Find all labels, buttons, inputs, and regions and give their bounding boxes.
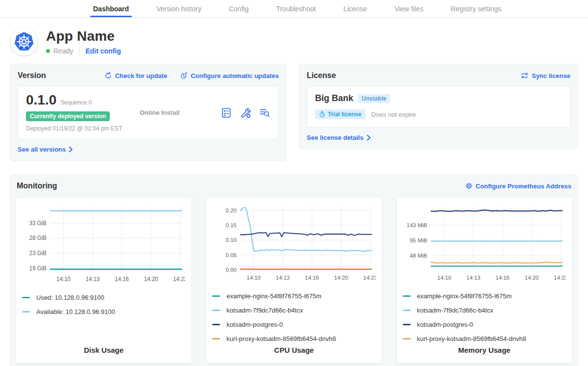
x-tick-label: 14:10 (247, 274, 261, 281)
license-detail-panel: Big Bank Unstable Trial license Does not… (307, 86, 570, 128)
configure-prometheus-button[interactable]: Configure Prometheus Address (465, 182, 571, 190)
tab-registry-settings[interactable]: Registry settings (451, 0, 501, 17)
memory-usage-legend: example-nginx-54f8f76755-l675mkotsadm-7f… (403, 289, 566, 346)
refresh-icon (104, 72, 112, 79)
y-tick-label: 23 GiB (29, 250, 47, 256)
legend-item: example-nginx-54f8f76755-l675m (403, 289, 566, 303)
expiry-text: Does not expire (371, 111, 416, 118)
legend-label: kotsadm-postgres-0 (226, 321, 283, 328)
gear-icon (465, 182, 473, 190)
check-for-update-button[interactable]: Check for update (104, 72, 167, 79)
legend-item: kotsadm-postgres-0 (403, 317, 566, 332)
legend-label: kurl-proxy-kotsadm-8569fb6454-dnvh8 (417, 335, 526, 342)
chart-line (241, 208, 371, 252)
legend-label: kotsadm-7f9dc7d66c-b4tcx (226, 307, 303, 314)
legend-swatch (212, 310, 220, 311)
x-tick-label: 14:10 (56, 275, 71, 282)
y-tick-label: 0.10 (226, 236, 237, 243)
x-tick-label: 14:16 (495, 274, 510, 281)
status-dot (46, 49, 50, 53)
tab-view-files[interactable]: View files (394, 0, 423, 17)
cpu-usage-chart-card: 14:1014:1314:1614:2014:230.000.050.100.1… (205, 197, 382, 364)
disk-usage-chart: 14:1014:1314:1614:2014:2319 GiB23 GiB28 … (22, 202, 185, 286)
legend-label: Available: 10.128.0.96:9100 (36, 308, 115, 315)
legend-item: kotsadm-postgres-0 (212, 317, 375, 332)
y-tick-label: 143 MiB (406, 222, 427, 228)
see-license-details-link[interactable]: See license details (307, 134, 371, 141)
y-tick-label: 19 GiB (29, 265, 47, 271)
y-tick-label: 28 GiB (29, 235, 47, 241)
sequence-label: Sequence 0 (60, 99, 92, 106)
stopwatch-icon (319, 111, 325, 118)
legend-label: kotsadm-postgres-0 (417, 321, 473, 328)
legend-label: kurl-proxy-kotsadm-8569fb6454-dnvh8 (226, 335, 336, 342)
preflight-checks-icon[interactable] (220, 107, 232, 119)
view-logs-icon[interactable] (259, 107, 270, 119)
x-tick-label: 14:20 (334, 274, 348, 281)
legend-item: example-nginx-54f8f76755-l675m (212, 289, 375, 303)
y-tick-label: 0.00 (226, 266, 237, 273)
monitoring-section: Monitoring Configure Prometheus Address … (10, 175, 578, 366)
deployed-timestamp: Deployed 01/19/22 @ 02:04 pm EST (26, 125, 134, 132)
y-tick-label: 33 GiB (29, 220, 47, 226)
configure-automatic-updates-button[interactable]: Configure automatic updates (180, 72, 279, 79)
install-type-label: Online Install (140, 109, 180, 116)
memory-usage-chart-card: 14:1014:1314:1614:2014:2348 MiB95 MiB143… (396, 197, 573, 364)
legend-swatch (403, 310, 411, 311)
chart-title: Disk Usage (22, 346, 185, 355)
x-tick-label: 14:13 (86, 275, 100, 282)
top-navigation: DashboardVersion historyConfigTroublesho… (0, 0, 588, 18)
x-tick-label: 14:10 (437, 274, 451, 281)
legend-item: kotsadm-7f9dc7d66c-b4tcx (212, 303, 375, 317)
disk-usage-chart-card: 14:1014:1314:1614:2014:2319 GiB23 GiB28 … (15, 197, 192, 364)
chart-line (241, 233, 371, 236)
sync-license-button[interactable]: Sync license (520, 72, 570, 79)
chart-title: Memory Usage (403, 346, 566, 355)
disk-usage-legend: Used: 10.128.0.96:9100Available: 10.128.… (22, 290, 185, 319)
status-text: Ready (53, 47, 73, 55)
version-card: Version Check for update Configure au (10, 64, 287, 161)
legend-item: kurl-proxy-kotsadm-8569fb6454-dnvh8 (212, 332, 375, 346)
chevron-right-icon (69, 146, 73, 153)
tab-dashboard[interactable]: Dashboard (93, 0, 129, 17)
x-tick-label: 14:20 (524, 274, 539, 281)
chart-line (431, 210, 562, 211)
legend-swatch (403, 338, 411, 340)
app-avatar (10, 27, 38, 56)
see-all-versions-link[interactable]: See all versions (18, 146, 73, 153)
legend-swatch (22, 297, 30, 298)
tab-troubleshoot[interactable]: Troubleshoot (276, 0, 316, 17)
legend-swatch (212, 324, 220, 325)
tab-config[interactable]: Config (229, 0, 248, 17)
version-card-title: Version (18, 71, 46, 80)
legend-item: kurl-proxy-kotsadm-8569fb6454-dnvh8 (403, 332, 566, 346)
sync-arrows-icon (520, 72, 529, 79)
chart-title: CPU Usage (212, 346, 375, 355)
customer-name: Big Bank (315, 93, 353, 104)
y-tick-label: 0.05 (226, 251, 237, 258)
monitoring-title: Monitoring (17, 182, 57, 190)
x-tick-label: 14:13 (466, 274, 480, 281)
version-number: 0.1.0 (26, 93, 56, 107)
legend-label: Used: 10.128.0.96:9100 (36, 294, 104, 301)
legend-swatch (212, 338, 220, 340)
legend-label: example-nginx-54f8f76755-l675m (226, 292, 321, 300)
legend-item: kotsadm-7f9dc7d66c-b4tcx (403, 303, 566, 317)
edit-config-link[interactable]: Edit config (85, 47, 121, 55)
clock-arrow-icon (180, 72, 188, 79)
y-tick-label: 0.20 (226, 207, 237, 213)
tab-version-history[interactable]: Version history (156, 0, 201, 17)
legend-swatch (212, 295, 220, 297)
channel-badge: Unstable (358, 94, 390, 103)
y-tick-label: 48 MiB (410, 252, 427, 259)
legend-swatch (403, 295, 411, 297)
x-tick-label: 14:16 (115, 275, 129, 282)
config-wrench-icon[interactable] (240, 107, 251, 119)
kubernetes-logo-icon (13, 30, 35, 53)
legend-label: example-nginx-54f8f76755-l675m (417, 292, 512, 300)
cpu-usage-legend: example-nginx-54f8f76755-l675mkotsadm-7f… (212, 289, 375, 346)
license-card-title: License (307, 71, 336, 80)
legend-label: kotsadm-7f9dc7d66c-b4tcx (417, 307, 493, 314)
tab-license[interactable]: License (343, 0, 367, 17)
y-tick-label: 0.15 (226, 222, 237, 228)
